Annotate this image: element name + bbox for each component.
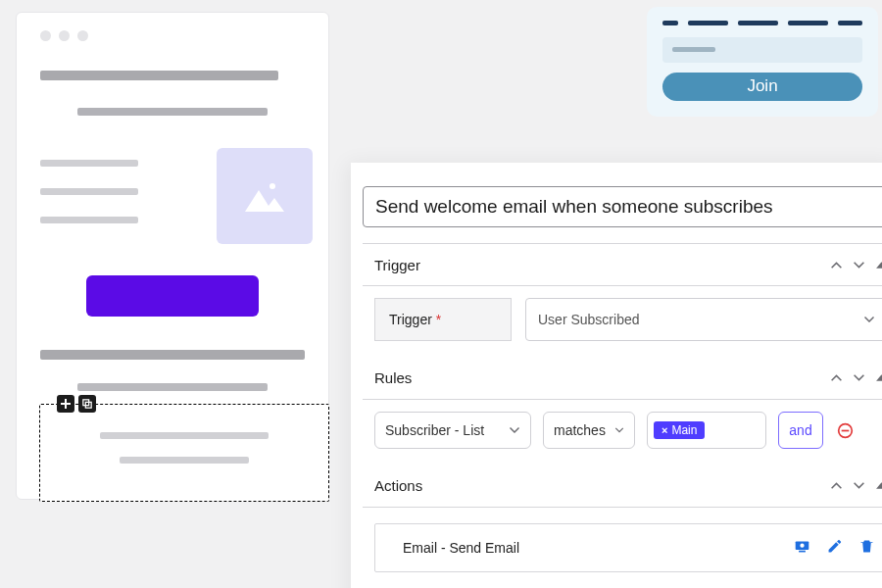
caret-up-icon[interactable] [875,371,882,384]
section-title: Rules [374,369,822,386]
actions-section-body: Email - Send Email [363,508,882,588]
window-dot [59,30,70,41]
trigger-select[interactable]: User Subscribed [525,298,882,341]
window-dot [40,30,51,41]
svg-point-7 [800,544,804,548]
remove-rule-button[interactable] [835,422,855,439]
caret-up-icon[interactable] [875,479,882,492]
placeholder-line [672,47,715,52]
duplicate-block-button[interactable] [78,395,96,413]
trash-icon [858,538,875,555]
placeholder-line [100,432,269,439]
cta-button-placeholder [86,275,259,317]
rule-value-input[interactable]: × Main [647,412,766,449]
placeholder-line [40,217,138,223]
preview-icon [794,538,810,555]
caret-up-icon[interactable] [875,259,882,271]
value-chip[interactable]: × Main [654,421,705,439]
placeholder-block [40,160,138,223]
trigger-field-label: Trigger * [374,298,512,341]
image-icon [245,180,284,212]
placeholder-line [40,350,305,360]
svg-rect-5 [841,429,849,431]
edit-action-button[interactable] [826,538,843,558]
placeholder-line [40,160,138,167]
section-header-rules[interactable]: Rules [363,357,882,400]
block-edit-controls [57,395,96,413]
section-title: Actions [374,477,822,494]
placeholder-line [77,108,268,116]
svg-marker-1 [245,190,284,212]
action-label: Email - Send Email [403,540,519,556]
rule-subject-select[interactable]: Subscriber - List [374,412,531,449]
window-controls [40,30,305,41]
rule-subject-value: Subscriber - List [385,422,484,438]
svg-point-0 [270,183,275,189]
chip-remove-icon[interactable]: × [662,424,667,436]
rule-logic-toggle[interactable]: and [778,412,823,449]
preview-action-button[interactable] [794,538,810,558]
placeholder-line [77,383,268,391]
add-block-dropzone[interactable] [39,404,329,502]
join-widget: Join [647,7,878,117]
placeholder-block [40,350,305,391]
chevron-down-icon[interactable] [853,259,865,271]
trigger-section-body: Trigger * User Subscribed [363,286,882,357]
chevron-down-icon [863,314,875,325]
delete-action-button[interactable] [858,538,875,558]
add-block-button[interactable] [57,395,74,413]
placeholder-title [662,21,862,25]
window-dot [77,30,88,41]
rule-operator-select[interactable]: matches a [543,412,635,449]
automation-panel: Trigger Trigger * User Subscribed Ru [351,163,882,588]
svg-rect-8 [799,551,806,553]
rule-operator-value: matches a [554,422,607,438]
chip-label: Main [671,423,697,437]
join-button[interactable]: Join [662,73,862,101]
plus-icon [61,399,71,409]
required-asterisk: * [436,312,441,327]
section-header-trigger[interactable]: Trigger [363,243,882,286]
placeholder-line [40,71,278,80]
image-placeholder [217,148,313,244]
join-button-label: Join [747,76,777,96]
chevron-down-icon [509,424,520,436]
pencil-icon [826,538,843,555]
remove-circle-icon [837,422,854,439]
action-row: Email - Send Email [374,523,882,572]
chevron-down-icon[interactable] [853,371,865,384]
email-field[interactable] [662,37,862,63]
chevron-up-icon[interactable] [830,479,843,492]
placeholder-line [120,457,250,464]
placeholder-line [40,188,138,195]
chevron-down-icon [614,424,624,436]
rule-logic-label: and [789,422,811,438]
label-text: Trigger [389,312,432,327]
rules-section-body: Subscriber - List matches a × Main and [363,400,882,465]
chevron-down-icon[interactable] [853,479,865,492]
trigger-select-value: User Subscribed [538,312,640,327]
chevron-up-icon[interactable] [830,371,843,384]
automation-name-input[interactable] [363,186,882,227]
section-title: Trigger [374,257,822,273]
section-header-actions[interactable]: Actions [363,465,882,508]
chevron-up-icon[interactable] [830,259,843,271]
duplicate-icon [82,399,92,409]
